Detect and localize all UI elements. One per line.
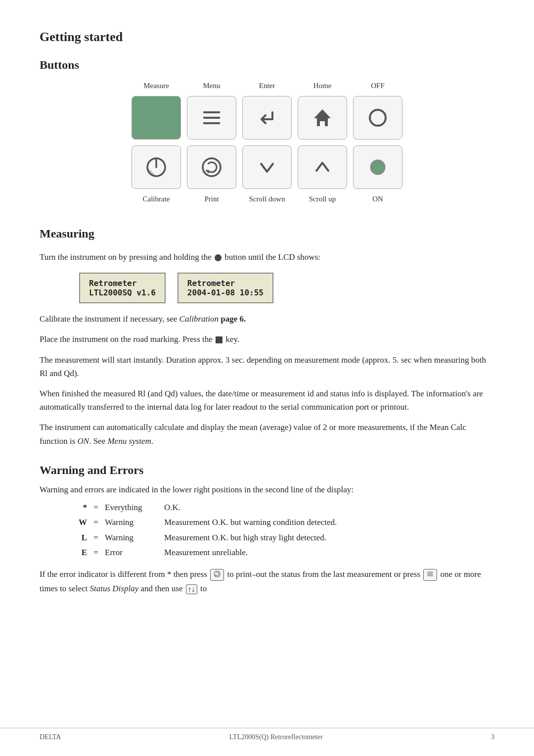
calibrate-icon bbox=[143, 154, 170, 181]
warning-desc-e: Measurement unreliable. bbox=[164, 545, 494, 561]
svg-marker-3 bbox=[314, 109, 331, 126]
off-icon bbox=[364, 104, 391, 131]
scroll-up-icon bbox=[309, 154, 336, 181]
print-icon bbox=[198, 154, 225, 181]
label-scroll-down: Scroll down bbox=[239, 195, 295, 203]
warning-word-l: Warning bbox=[105, 530, 164, 546]
warning-sym-e: E bbox=[69, 545, 87, 561]
measuring-para6: The instrument can automatically calcula… bbox=[40, 421, 494, 447]
menu-system-italic: Menu system bbox=[107, 436, 151, 446]
measuring-para2: Calibrate the instrument if necessary, s… bbox=[40, 312, 494, 326]
on-button[interactable] bbox=[353, 145, 402, 189]
warning-intro: Warning and errors are indicated in the … bbox=[40, 483, 494, 497]
scroll-up-button[interactable] bbox=[298, 145, 347, 189]
label-home: Home bbox=[295, 82, 350, 90]
warning-row-l: L = Warning Measurement O.K. but high st… bbox=[69, 530, 494, 546]
warning-word-everything: Everything bbox=[105, 500, 164, 516]
label-off: OFF bbox=[350, 82, 405, 90]
warning-table: * = Everything O.K. W = Warning Measurem… bbox=[69, 500, 494, 561]
menu-icon bbox=[198, 104, 225, 131]
print-inline-icon bbox=[210, 569, 224, 581]
footer-center: LTL2000S(Q) Retroreflectometer bbox=[229, 733, 323, 741]
label-menu: Menu bbox=[184, 82, 239, 90]
label-calibrate: Calibrate bbox=[129, 195, 184, 203]
warning-eq-2: = bbox=[87, 515, 105, 530]
warning-heading: Warning and Errors bbox=[40, 464, 494, 477]
enter-button[interactable] bbox=[242, 96, 292, 140]
button-grid: Measure Menu Enter Home OFF bbox=[40, 82, 494, 203]
off-button[interactable] bbox=[353, 96, 402, 140]
svg-rect-0 bbox=[203, 111, 220, 113]
warning-row-star: * = Everything O.K. bbox=[69, 500, 494, 516]
footer: DELTA LTL2000S(Q) Retroreflectometer 3 bbox=[0, 728, 534, 741]
footer-right: 3 bbox=[491, 733, 494, 741]
svg-point-6 bbox=[203, 158, 221, 176]
calibrate-button[interactable] bbox=[132, 145, 181, 189]
measure-key-inline-icon bbox=[216, 336, 222, 343]
on-button-inline-icon bbox=[215, 254, 222, 261]
measuring-heading: Measuring bbox=[40, 227, 494, 240]
menu-button[interactable] bbox=[187, 96, 236, 140]
measuring-para3: Place the instrument on the road marking… bbox=[40, 332, 494, 346]
warning-sym-star: * bbox=[69, 500, 87, 516]
label-print: Print bbox=[184, 195, 239, 203]
warning-desc-star: O.K. bbox=[164, 500, 494, 516]
lcd1-line2: LTL2000SQ v1.6 bbox=[89, 288, 156, 297]
label-enter: Enter bbox=[239, 82, 295, 90]
buttons-heading: Buttons bbox=[40, 58, 494, 72]
scroll-down-icon bbox=[254, 154, 280, 181]
calibration-page-bold: page 6. bbox=[219, 314, 246, 324]
button-row-1 bbox=[129, 93, 405, 142]
warning-desc-l: Measurement O.K. but high stray light de… bbox=[164, 530, 494, 546]
enter-icon bbox=[254, 104, 280, 131]
scroll-down-button[interactable] bbox=[242, 145, 292, 189]
lcd-display-row: Retrometer LTL2000SQ v1.6 Retrometer 200… bbox=[79, 273, 494, 303]
lcd1-line1: Retrometer bbox=[89, 279, 156, 288]
warning-word-e: Error bbox=[105, 545, 164, 561]
warning-desc-w: Measurement O.K. but warning condition d… bbox=[164, 515, 494, 530]
status-display-italic: Status Display bbox=[90, 584, 139, 593]
page-title: Getting started bbox=[40, 30, 494, 45]
warning-eq-4: = bbox=[87, 545, 105, 561]
warning-eq-1: = bbox=[87, 500, 105, 516]
measuring-para4: The measurement will start instantly. Du… bbox=[40, 353, 494, 380]
label-measure: Measure bbox=[129, 82, 184, 90]
svg-rect-1 bbox=[203, 117, 220, 119]
warning-eq-3: = bbox=[87, 530, 105, 546]
home-button[interactable] bbox=[298, 96, 347, 140]
calibration-italic: Calibration bbox=[179, 314, 219, 324]
bottom-labels: Calibrate Print Scroll down Scroll up ON bbox=[129, 195, 405, 203]
button-row-2 bbox=[129, 142, 405, 192]
warning-row-w: W = Warning Measurement O.K. but warning… bbox=[69, 515, 494, 530]
label-scroll-up: Scroll up bbox=[295, 195, 350, 203]
measure-button[interactable] bbox=[132, 96, 181, 140]
buttons-section: Buttons Measure Menu Enter Home OFF bbox=[40, 58, 494, 203]
svg-rect-9 bbox=[428, 572, 433, 572]
svg-point-8 bbox=[214, 571, 220, 577]
measuring-para5: When finished the measured Rl (and Qd) v… bbox=[40, 387, 494, 414]
warning-sym-l: L bbox=[69, 530, 87, 546]
lcd2-line1: Retrometer bbox=[187, 279, 264, 288]
svg-rect-11 bbox=[428, 575, 433, 576]
svg-point-7 bbox=[371, 160, 385, 174]
warning-row-e: E = Error Measurement unreliable. bbox=[69, 545, 494, 561]
measuring-para1: Turn the instrument on by pressing and h… bbox=[40, 250, 494, 264]
on-italic: ON bbox=[78, 436, 89, 446]
lcd-box-2: Retrometer 2004-01-08 10:55 bbox=[178, 273, 273, 303]
home-icon bbox=[309, 104, 336, 131]
warning-section: Warning and Errors Warning and errors ar… bbox=[40, 464, 494, 596]
warning-bottom-para: If the error indicator is different from… bbox=[40, 567, 494, 596]
lcd2-line2: 2004-01-08 10:55 bbox=[187, 288, 264, 297]
print-button[interactable] bbox=[187, 145, 236, 189]
svg-rect-10 bbox=[428, 573, 433, 574]
warning-sym-w: W bbox=[69, 515, 87, 530]
arrows-inline-icon: ↑↓ bbox=[186, 584, 197, 594]
measuring-section: Measuring Turn the instrument on by pres… bbox=[40, 227, 494, 448]
lcd-box-1: Retrometer LTL2000SQ v1.6 bbox=[79, 273, 166, 303]
warning-word-w: Warning bbox=[105, 515, 164, 530]
menu-inline-icon bbox=[423, 569, 437, 581]
svg-rect-2 bbox=[203, 122, 220, 124]
label-on: ON bbox=[350, 195, 405, 203]
svg-point-4 bbox=[370, 110, 386, 126]
top-labels: Measure Menu Enter Home OFF bbox=[129, 82, 405, 90]
